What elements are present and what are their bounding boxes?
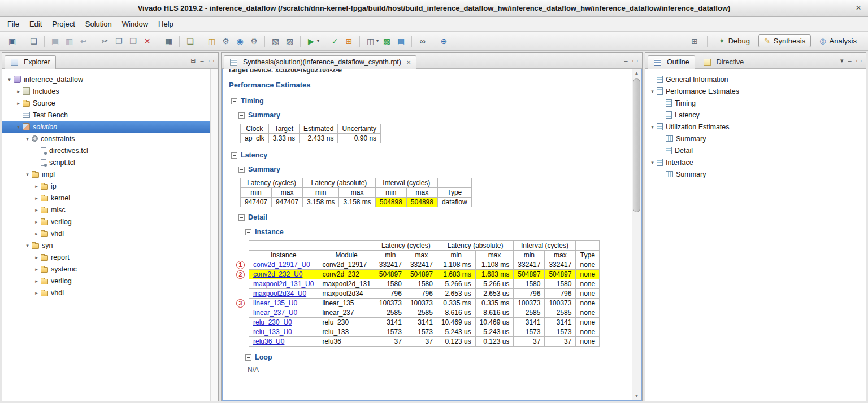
collapse-expander-icon[interactable]: ▾	[649, 89, 656, 94]
collapse-expander-icon[interactable]: ▾	[6, 77, 13, 82]
tree-item-directives-tcl[interactable]: directives.tcl	[2, 144, 218, 156]
run-c-simulation-icon-dropdown[interactable]: ▾	[317, 38, 319, 43]
instance-link[interactable]: conv2d_232_U0	[253, 270, 302, 278]
expand-expander-icon[interactable]: ▸	[15, 100, 22, 106]
maximize-icon[interactable]: ▭	[632, 57, 638, 64]
collapse-expander-icon[interactable]: ▾	[24, 136, 31, 142]
tree-item-misc[interactable]: ▸misc	[2, 204, 218, 216]
compare-reports-icon-dropdown[interactable]: ▾	[376, 38, 379, 43]
menu-file[interactable]: File	[2, 18, 24, 30]
instance-link[interactable]: linear_135_U0	[253, 299, 297, 307]
new-solution-icon[interactable]: ◉	[233, 34, 246, 47]
open-report-icon[interactable]: ▩	[380, 34, 393, 47]
export-rtl-icon[interactable]: ⊞	[342, 34, 355, 47]
perspective-debug[interactable]: ✦Debug	[713, 34, 756, 47]
tree-item-constraints[interactable]: ▾constraints	[2, 133, 218, 144]
tree-item-latency[interactable]: Latency	[645, 109, 866, 121]
new-file-icon[interactable]: ❏	[27, 34, 40, 47]
tree-item-test-bench[interactable]: Test Bench	[2, 109, 218, 121]
tree-item-verilog[interactable]: ▸verilog	[2, 216, 218, 227]
expand-expander-icon[interactable]: ▸	[33, 219, 40, 225]
window-close-icon[interactable]: ✕	[856, 4, 861, 12]
collapse-icon[interactable]	[238, 167, 245, 173]
link-with-editor-icon[interactable]: ∞	[416, 34, 429, 47]
print-icon[interactable]: ▦	[162, 34, 175, 47]
analysis-viewer-icon[interactable]: ▤	[394, 34, 407, 47]
expand-expander-icon[interactable]: ▸	[33, 231, 40, 236]
copy-icon[interactable]: ❐	[112, 34, 125, 47]
c-synthesis-icon[interactable]: ✓	[328, 34, 341, 47]
tab-directive[interactable]: Directive	[697, 55, 750, 69]
editor-scrollbar[interactable]: ▲ ▼	[632, 69, 641, 400]
tree-item-detail[interactable]: Detail	[645, 144, 866, 156]
tree-item-utilization-estimates[interactable]: ▾Utilization Estimates	[645, 121, 866, 133]
scroll-up-icon[interactable]: ▲	[632, 71, 641, 76]
scroll-down-icon[interactable]: ▼	[632, 393, 641, 398]
minimize-icon[interactable]: –	[200, 57, 203, 64]
collapse-icon[interactable]	[231, 98, 237, 104]
collapse-expander-icon[interactable]: ▾	[15, 124, 22, 130]
tree-item-timing[interactable]: Timing	[645, 97, 866, 109]
expand-expander-icon[interactable]: ▸	[33, 278, 40, 284]
index-c-source-icon[interactable]: ❑	[184, 34, 197, 47]
expand-expander-icon[interactable]: ▸	[33, 255, 40, 260]
menu-edit[interactable]: Edit	[24, 18, 47, 30]
tab-outline[interactable]: Outline	[648, 55, 695, 69]
tree-item-report[interactable]: ▸report	[2, 251, 218, 263]
tree-item-summary[interactable]: Summary	[645, 168, 866, 180]
welcome-page-icon[interactable]: ▣	[6, 34, 19, 47]
tree-item-source[interactable]: ▸Source	[2, 97, 218, 109]
minimize-icon[interactable]: –	[848, 57, 851, 64]
expand-expander-icon[interactable]: ▸	[33, 195, 40, 201]
tab-explorer[interactable]: Explorer	[5, 55, 56, 69]
tree-item-inference-dataflow[interactable]: ▾inference_dataflow	[2, 73, 218, 85]
tree-item-interface[interactable]: ▾Interface	[645, 156, 866, 168]
instance-link[interactable]: maxpool2d_131_U0	[253, 280, 314, 288]
minimize-icon[interactable]: –	[624, 57, 627, 64]
explorer-scrollbar[interactable]	[210, 69, 218, 401]
expand-expander-icon[interactable]: ▸	[33, 266, 40, 272]
revert-icon[interactable]: ↩	[77, 34, 90, 47]
collapse-icon[interactable]	[245, 229, 251, 235]
tree-item-vhdl[interactable]: ▸vhdl	[2, 227, 218, 239]
maximize-icon[interactable]: ▭	[856, 57, 862, 64]
tree-item-performance-estimates[interactable]: ▾Performance Estimates	[645, 85, 866, 97]
tree-item-script-tcl[interactable]: script.tcl	[2, 156, 218, 168]
menu-project[interactable]: Project	[47, 18, 80, 30]
tree-item-summary[interactable]: Summary	[645, 133, 866, 144]
refactor-icon[interactable]: ▨	[283, 34, 296, 47]
collapse-expander-icon[interactable]: ▾	[649, 124, 656, 130]
view-menu-icon[interactable]: ▾	[840, 57, 844, 64]
open-perspective-icon[interactable]: ⊞	[688, 34, 701, 47]
instance-link[interactable]: conv2d_12917_U0	[253, 261, 310, 269]
c-code-analysis-icon[interactable]: ▧	[269, 34, 282, 47]
collapse-icon[interactable]	[245, 354, 251, 361]
tree-item-verilog[interactable]: ▸verilog	[2, 275, 218, 287]
perspective-synthesis[interactable]: ✎Synthesis	[758, 34, 811, 47]
project-settings-icon[interactable]: ⚙	[219, 34, 232, 47]
tree-item-impl[interactable]: ▾impl	[2, 168, 218, 180]
scrollbar-thumb[interactable]	[633, 78, 640, 212]
save-icon[interactable]: ▤	[49, 34, 62, 47]
instance-link[interactable]: maxpool2d34_U0	[253, 290, 306, 297]
delete-icon[interactable]: ✕	[141, 34, 154, 47]
tree-item-vhdl[interactable]: ▸vhdl	[2, 287, 218, 299]
tree-item-general-information[interactable]: General Information	[645, 73, 866, 85]
expand-expander-icon[interactable]: ▸	[15, 89, 22, 94]
expand-expander-icon[interactable]: ▸	[33, 207, 40, 213]
paste-icon[interactable]: ❒	[127, 34, 140, 47]
cut-icon[interactable]: ✂	[98, 34, 111, 47]
instance-link[interactable]: linear_237_U0	[253, 309, 297, 317]
tree-item-systemc[interactable]: ▸systemc	[2, 263, 218, 275]
collapse-expander-icon[interactable]: ▾	[649, 160, 656, 165]
menu-help[interactable]: Help	[153, 18, 179, 30]
instance-link[interactable]: relu36_U0	[253, 338, 284, 345]
collapse-icon[interactable]	[231, 152, 237, 159]
tree-item-includes[interactable]: ▸Includes	[2, 85, 218, 97]
tab-synthesis-report[interactable]: Synthesis(solution)(inference_dataflow_c…	[224, 55, 416, 69]
collapse-expander-icon[interactable]: ▾	[24, 243, 31, 248]
tab-close-icon[interactable]: ✕	[406, 59, 411, 65]
expand-expander-icon[interactable]: ▸	[33, 183, 40, 189]
expand-expander-icon[interactable]: ▸	[33, 290, 40, 296]
tree-item-ip[interactable]: ▸ip	[2, 180, 218, 192]
